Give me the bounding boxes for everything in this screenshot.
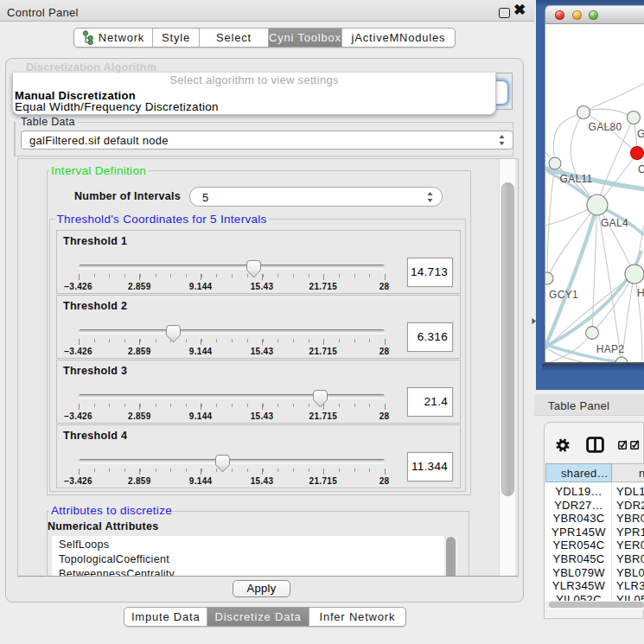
svg-text:CDC: CDC [638, 163, 644, 175]
svg-text:HAP2: HAP2 [596, 343, 625, 355]
svg-text:GAL80: GAL80 [589, 121, 622, 133]
svg-text:GAL11: GAL11 [560, 173, 593, 185]
svg-text:GAL4: GAL4 [601, 217, 628, 229]
svg-text:GAL: GAL [637, 128, 644, 140]
svg-text:GCY1: GCY1 [549, 289, 578, 301]
svg-text:HIS4: HIS4 [637, 287, 644, 299]
